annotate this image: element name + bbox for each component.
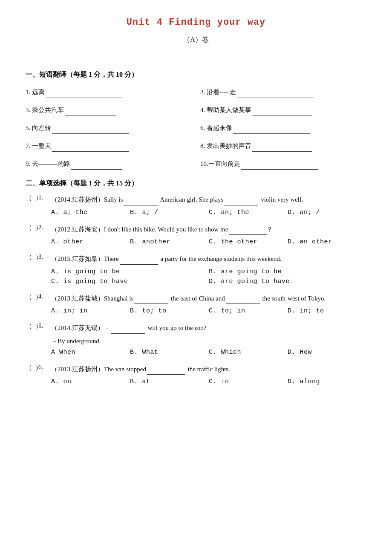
mc-question-6: （ ） 6. （2013.江苏扬州）The van stopped the tr…: [26, 364, 366, 386]
list-item: 4. 帮助某人做某事: [200, 104, 366, 116]
section1-title: 一、短语翻译（每题 1 分，共 10 分）: [26, 70, 366, 79]
answer-bracket: （ ）: [26, 322, 38, 330]
mc-options: A. other B. another C. the other D. an o…: [51, 238, 366, 246]
mc-options: A. a; the B. a; / C. an; the D. an; /: [51, 209, 366, 216]
page-title: Unit 4 Finding your way: [26, 17, 366, 28]
list-item: 8. 发出美妙的声音: [200, 140, 366, 152]
mc-options: A. is going to be B. are going to be C. …: [51, 268, 366, 285]
list-item: 5. 向左转: [26, 122, 192, 134]
mc-options: A. on B. at C. in D. along: [51, 378, 366, 385]
mc-question-3: （ ） 3. （2015.江苏如皋）There a party for the …: [26, 253, 366, 285]
mc-options: A When B. What C. Which D. How: [51, 349, 366, 356]
mc-question-4: （ ） 4. （2013.江苏盐城）Shanghai is the east o…: [26, 293, 366, 315]
mc-question-1: （ ） 1. （2014.江苏扬州）Sally is American girl…: [26, 194, 366, 216]
answer-bracket: （ ）: [26, 364, 38, 372]
answer-bracket: （ ）: [26, 224, 38, 232]
mc-question-5: （ ） 5. （2014.江苏无锡）－ will you go to the z…: [26, 322, 366, 356]
list-item: 10.一直向前走: [200, 158, 366, 170]
q5-second-line: －By underground.: [51, 337, 366, 345]
list-item: 2. 沿着---- 走: [200, 86, 366, 98]
subtitle: （A）卷: [26, 35, 366, 48]
answer-bracket: （ ）: [26, 194, 38, 202]
answer-bracket: （ ）: [26, 253, 38, 261]
list-item: 6. 看起来像: [200, 122, 366, 134]
translation-grid: 1. 远离 2. 沿着---- 走 3. 乘公共汽车 4. 帮助某人做某事 5.…: [26, 86, 366, 170]
list-item: 3. 乘公共汽车: [26, 104, 192, 116]
list-item: 7. 一整天: [26, 140, 192, 152]
section2-title: 二、单项选择（每题 1 分，共 15 分）: [26, 179, 366, 188]
answer-bracket: （ ）: [26, 293, 38, 301]
list-item: 1. 远离: [26, 86, 192, 98]
list-item: 9. 去———的路: [26, 158, 192, 170]
mc-options: A. in; in B. to; to C. to; in D. in; to: [51, 307, 366, 315]
mc-question-2: （ ） 2. （2012.江苏海安）I don't like this bike…: [26, 224, 366, 246]
